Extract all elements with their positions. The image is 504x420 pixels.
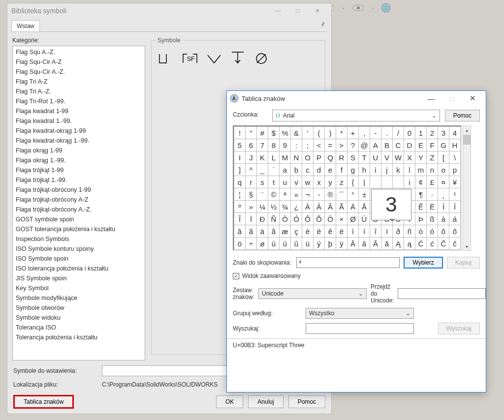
char-cell[interactable]: Ĉ: [438, 238, 449, 250]
char-cell[interactable]: ª: [280, 188, 291, 201]
scroll-thumb[interactable]: [463, 135, 471, 145]
char-cell[interactable]: ï: [381, 225, 393, 238]
char-cell[interactable]: ý: [314, 238, 325, 250]
char-cell[interactable]: Ă: [370, 238, 381, 250]
char-cell[interactable]: W: [393, 151, 404, 164]
char-cell[interactable]: ,: [359, 127, 370, 139]
char-cell[interactable]: Ò: [280, 213, 291, 225]
char-cell[interactable]: c: [302, 164, 314, 176]
char-cell[interactable]: Q: [325, 151, 336, 164]
char-cell[interactable]: |: [359, 176, 370, 188]
char-cell[interactable]: /: [393, 127, 404, 139]
char-cell[interactable]: ą: [404, 238, 415, 250]
char-cell[interactable]: ¦: [234, 188, 246, 201]
char-cell[interactable]: F: [427, 139, 438, 151]
font-combo[interactable]: O Arial ⌄: [272, 110, 440, 121]
char-cell[interactable]: Å: [359, 201, 370, 213]
list-item[interactable]: Flaga trójkąt-obrócony 1-99: [13, 185, 145, 195]
char-cell[interactable]: B: [381, 139, 393, 151]
char-cell[interactable]: ]: [234, 164, 246, 176]
char-cell[interactable]: %: [280, 127, 291, 139]
char-cell[interactable]: 1: [415, 127, 427, 139]
list-item[interactable]: Tolerancja ISO: [13, 323, 145, 332]
char-cell[interactable]: 4: [449, 127, 461, 139]
char-cell[interactable]: «: [291, 188, 302, 201]
char-cell[interactable]: >: [336, 139, 347, 151]
char-cell[interactable]: +: [347, 127, 359, 139]
char-cell[interactable]: ): [325, 127, 336, 139]
char-cell[interactable]: ;: [302, 139, 314, 151]
char-cell[interactable]: £: [427, 176, 438, 188]
char-cell[interactable]: A: [370, 139, 381, 151]
char-cell[interactable]: Õ: [314, 213, 325, 225]
char-cell[interactable]: ·: [427, 188, 438, 201]
list-item[interactable]: ISO tolerancja położenia i kształtu: [13, 264, 145, 273]
list-item[interactable]: Symbole modyfikujące: [13, 293, 145, 303]
char-cell[interactable]: ß: [427, 213, 438, 225]
char-cell[interactable]: .: [381, 127, 393, 139]
char-cell[interactable]: y: [325, 176, 336, 188]
charset-combo[interactable]: Unicode⌄: [258, 288, 367, 299]
char-cell[interactable]: R: [336, 151, 347, 164]
char-cell[interactable]: a: [280, 164, 291, 176]
list-item[interactable]: Flaga trójkąt 1-99: [13, 165, 145, 175]
char-cell[interactable]: ì: [347, 225, 359, 238]
char-cell[interactable]: m: [415, 164, 427, 176]
char-cell[interactable]: V: [381, 151, 393, 164]
list-item[interactable]: Flaga kwadrat 1-99: [13, 106, 145, 116]
char-cell[interactable]: ë: [336, 225, 347, 238]
scrollbar[interactable]: ▴ ▾: [463, 125, 471, 251]
char-cell[interactable]: ¯: [336, 188, 347, 201]
char-cell[interactable]: w: [302, 176, 314, 188]
char-cell[interactable]: @: [359, 139, 370, 151]
char-cell[interactable]: ã: [246, 225, 257, 238]
char-cell[interactable]: Ć: [415, 238, 427, 250]
char-cell[interactable]: î: [370, 225, 381, 238]
char-cell[interactable]: ð: [393, 225, 404, 238]
char-cell[interactable]: ¶: [415, 188, 427, 201]
list-item[interactable]: Flag Tri-Rot 1.-99.: [13, 96, 145, 106]
char-cell[interactable]: Ã: [336, 201, 347, 213]
char-cell[interactable]: §: [246, 188, 257, 201]
char-cell[interactable]: à: [438, 213, 449, 225]
char-cell[interactable]: ü: [302, 238, 314, 250]
char-cell[interactable]: X: [404, 151, 415, 164]
list-item[interactable]: Flaga okrąg 1.-99.: [13, 155, 145, 165]
char-cell[interactable]: Ñ: [268, 213, 280, 225]
list-item[interactable]: Tolerancja położenia i kształtu: [13, 332, 145, 342]
char-cell[interactable]: x: [314, 176, 325, 188]
char-cell[interactable]: å: [268, 225, 280, 238]
char-cell[interactable]: 7: [257, 139, 268, 151]
char-cell[interactable]: Ù: [359, 213, 370, 225]
char-cell[interactable]: ó: [427, 225, 438, 238]
char-cell[interactable]: H: [449, 139, 461, 151]
list-item[interactable]: Flag Tri A-Z: [13, 77, 145, 87]
char-cell[interactable]: &: [291, 127, 302, 139]
char-cell[interactable]: â: [234, 225, 246, 238]
char-cell[interactable]: g: [347, 164, 359, 176]
char-cell[interactable]: ê: [325, 225, 336, 238]
char-cell[interactable]: [: [438, 151, 449, 164]
list-item[interactable]: Flag Squ-Cir A.-Z.: [13, 67, 145, 77]
char-cell[interactable]: »: [246, 201, 257, 213]
tab-insert[interactable]: Wstaw: [11, 20, 40, 31]
char-cell[interactable]: ā: [359, 238, 370, 250]
char-cell[interactable]: 9: [280, 139, 291, 151]
list-item[interactable]: ISO Symbole spoin: [13, 254, 145, 264]
char-cell[interactable]: Ą: [393, 238, 404, 250]
char-cell[interactable]: õ: [449, 225, 461, 238]
char-cell[interactable]: æ: [280, 225, 291, 238]
eye-icon[interactable]: [351, 3, 365, 14]
char-cell[interactable]: J: [246, 151, 257, 164]
char-cell[interactable]: ñ: [404, 225, 415, 238]
char-cell[interactable]: u: [280, 176, 291, 188]
char-cell[interactable]: k: [393, 164, 404, 176]
maximize-button[interactable]: □: [441, 94, 462, 103]
char-cell[interactable]: Á: [314, 201, 325, 213]
char-cell[interactable]: \: [449, 151, 461, 164]
char-cell[interactable]: ô: [438, 225, 449, 238]
char-cell[interactable]: *: [336, 127, 347, 139]
char-cell[interactable]: G: [438, 139, 449, 151]
symbol-diameter[interactable]: [252, 51, 271, 66]
char-cell[interactable]: e: [325, 164, 336, 176]
